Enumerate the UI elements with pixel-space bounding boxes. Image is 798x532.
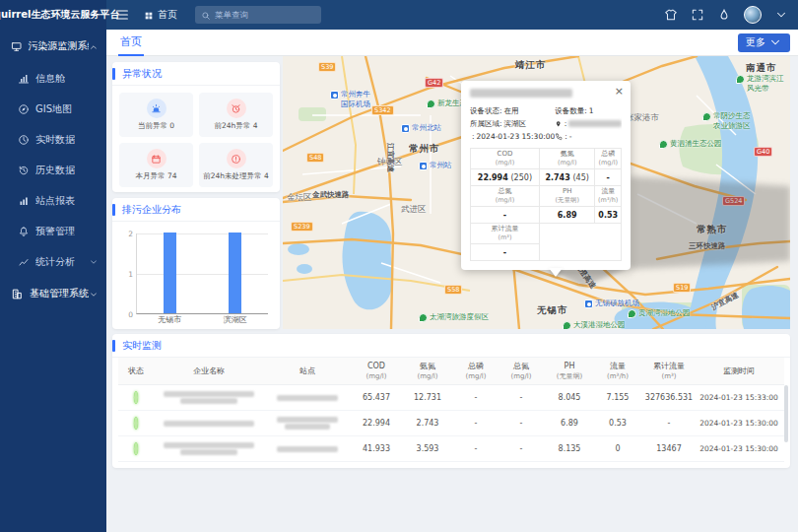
table-cell: - — [499, 419, 544, 428]
chevron-up-icon — [89, 42, 99, 52]
map-transit-marker[interactable]: 常州站 — [419, 161, 452, 170]
header-actions — [664, 6, 798, 24]
sidebar-item-0-2[interactable]: 实时数据 — [0, 124, 106, 155]
abnormal-card-label: 当前异常 0 — [138, 121, 174, 131]
panel-title: 排污企业分布 — [112, 198, 280, 222]
map-poi-marker[interactable]: 龙游湾滨江风光带 — [736, 74, 784, 94]
close-icon[interactable]: × — [615, 85, 624, 98]
app-logo: Squirrel生态环境云服务平台 — [0, 0, 106, 30]
sidebar: 污染源监测系统信息舱GIS地图实时数据历史数据站点报表预警管理统计分析基础管理系… — [0, 30, 106, 532]
dashboard-icon — [18, 73, 30, 85]
sidebar-group-0[interactable]: 污染源监测系统 — [0, 30, 106, 63]
chart-xlabel: 无锡市 — [158, 314, 181, 325]
map-poi-marker[interactable]: 贡湖湾湿地公园 — [628, 308, 691, 318]
abnormal-card-3[interactable]: 前24h未处理异常 4 — [199, 143, 273, 187]
poi-pin-icon — [419, 313, 428, 322]
compass-icon — [18, 103, 30, 115]
popup-metric-name: 流量(m³/h) — [595, 186, 622, 207]
gis-map[interactable]: 常州市钟楼区金坛区武进区无锡市常熟市靖江市南通市张家港市金武快速路三环快速路江宜… — [283, 56, 790, 329]
popup-title-redacted — [470, 89, 622, 100]
status-indicator — [134, 417, 138, 430]
flame-icon[interactable] — [717, 8, 731, 22]
search-input[interactable] — [215, 10, 315, 20]
chevron-down-icon[interactable] — [774, 8, 788, 22]
sidebar-item-0-6[interactable]: 统计分析 — [0, 246, 106, 277]
poi-pin-icon — [736, 75, 745, 84]
realtime-monitor-panel: 实时监测 状态企业名称站点COD(mg/l)氨氮(mg/l)总磷(mg/l)总氮… — [112, 334, 790, 468]
map-city-label: 常州市 — [409, 143, 440, 156]
map-poi-marker[interactable]: 大溪港湿地公园 — [563, 320, 626, 329]
company-name-redacted — [154, 419, 264, 428]
sidebar-group-1[interactable]: 基础管理系统 — [0, 277, 106, 310]
breadcrumb[interactable]: 首页 — [144, 8, 177, 22]
table-scrollbar[interactable] — [784, 385, 788, 442]
abnormal-card-2[interactable]: 本月异常 74 — [119, 143, 193, 187]
sidebar-item-0-0[interactable]: 信息舱 — [0, 63, 106, 94]
more-button[interactable]: 更多 — [738, 33, 790, 52]
popup-empty-cell — [539, 224, 621, 261]
table-row-0[interactable]: 65.43712.731--8.0457.155327636.5312024-0… — [118, 385, 784, 411]
map-road-badge: G42 — [425, 78, 443, 88]
map-city-label: 金坛区 — [287, 192, 312, 204]
popup-metric-value: - — [471, 207, 540, 224]
sidebar-item-label: 历史数据 — [35, 164, 75, 177]
map-transit-marker[interactable]: 常州北站 — [401, 123, 441, 133]
station-name-redacted — [264, 393, 351, 402]
fullscreen-icon — [691, 8, 704, 22]
realtime-table: 状态企业名称站点COD(mg/l)氨氮(mg/l)总磷(mg/l)总氮(mg/l… — [112, 358, 790, 462]
map-transit-marker[interactable]: 无锡硕放机场 — [584, 299, 639, 308]
popup-info-field: 所属区域:滨湖区 — [470, 117, 555, 130]
map-road-badge: S58 — [444, 285, 462, 295]
table-cell: 0.53 — [595, 419, 640, 428]
avatar[interactable] — [744, 6, 762, 24]
table-cell: 8.045 — [544, 393, 595, 402]
popup-metric-name: 总氮(mg/l) — [471, 186, 540, 207]
fullscreen-icon[interactable] — [691, 8, 704, 22]
map-city-label: 靖江市 — [515, 59, 547, 72]
sidebar-item-0-1[interactable]: GIS地图 — [0, 94, 106, 124]
alarm-clock-icon — [231, 103, 241, 114]
chart-plot-area: 012无锡市滨湖区 — [136, 233, 268, 314]
hamburger-menu-icon[interactable] — [114, 7, 130, 23]
map-transit-marker[interactable]: 常州奔牛国际机场 — [330, 90, 370, 109]
abnormal-status-panel: 异常状况 当前异常 0前24h异常 4本月异常 74前24h未处理异常 4 — [112, 62, 280, 192]
bar-chart: 012无锡市滨湖区 — [120, 230, 272, 328]
abnormal-card-1[interactable]: 前24h异常 4 — [199, 93, 273, 137]
menu-search[interactable] — [195, 6, 321, 24]
map-poi-marker[interactable]: 黄泗浦生态公园 — [659, 139, 722, 149]
breadcrumb-label: 首页 — [158, 8, 177, 22]
map-poi-marker[interactable]: 常阴沙生态农业旅游区 — [702, 111, 751, 131]
map-poi-marker[interactable]: 太湖湾旅游度假区 — [419, 312, 489, 322]
sidebar-item-0-3[interactable]: 历史数据 — [0, 155, 106, 185]
table-row-2[interactable]: 41.9333.593--8.1350134672024-01-23 15:30… — [118, 436, 784, 462]
theme-icon[interactable] — [664, 8, 678, 22]
chevron-down-icon — [768, 35, 782, 49]
sidebar-item-label: GIS地图 — [35, 102, 72, 116]
sidebar-item-0-5[interactable]: 预警管理 — [0, 216, 106, 246]
table-column-header: 状态 — [118, 366, 154, 376]
building-icon — [11, 288, 24, 300]
table-cell: - — [499, 444, 544, 453]
transit-label: 无锡硕放机场 — [595, 299, 639, 308]
exclaim-icon — [231, 154, 241, 165]
popup-metric-name: 氨氮(mg/l) — [539, 149, 595, 169]
chart-ytick: 1 — [121, 270, 133, 279]
table-cell: - — [453, 393, 499, 402]
sidebar-item-label: 预警管理 — [35, 225, 75, 238]
table-cell: 0 — [595, 444, 640, 453]
chart-gridline — [137, 274, 268, 275]
table-column-header: 流量(m³/h) — [595, 362, 640, 381]
abnormal-card-0[interactable]: 当前异常 0 — [119, 93, 193, 137]
transit-label: 常州北站 — [412, 123, 441, 133]
sidebar-item-0-4[interactable]: 站点报表 — [0, 185, 106, 216]
chev-down-icon — [768, 35, 782, 49]
tab-home[interactable]: 首页 — [118, 30, 144, 56]
company-name-redacted — [154, 440, 264, 457]
clock-icon — [18, 134, 30, 146]
poi-pin-icon — [659, 140, 668, 149]
transit-pin-icon — [419, 162, 428, 170]
table-row-1[interactable]: 22.9942.743--6.890.53-2024-01-23 15:30:0… — [118, 411, 784, 436]
enterprise-distribution-panel: 排污企业分布 012无锡市滨湖区 — [112, 198, 280, 329]
tab-bar: 首页 更多 — [106, 30, 798, 56]
table-cell: 13467 — [640, 444, 698, 453]
